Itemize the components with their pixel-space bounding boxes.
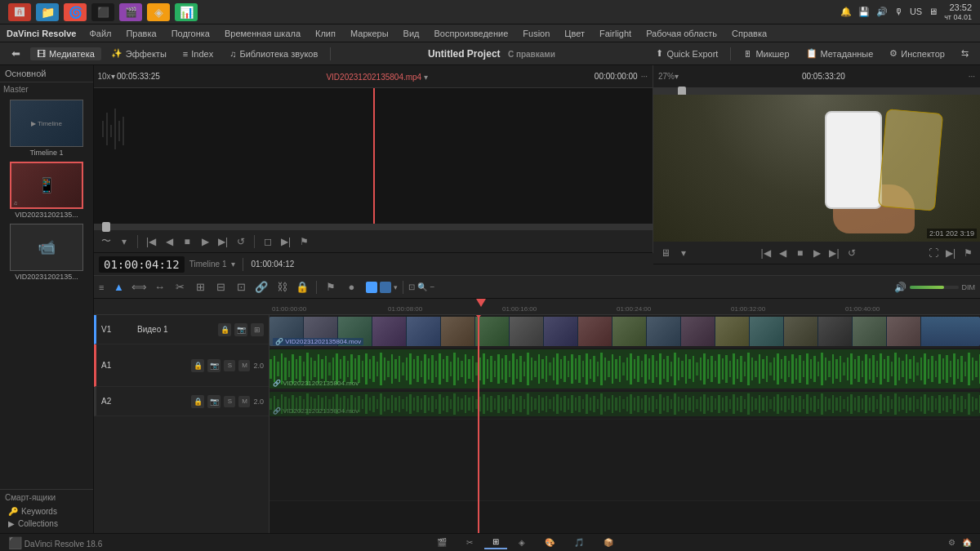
source-progress-bar[interactable] — [94, 224, 653, 230]
menu-help[interactable]: Справка — [725, 27, 773, 40]
menu-timeline[interactable]: Временная шкала — [218, 27, 307, 40]
source-loop-btn[interactable]: ↺ — [234, 234, 248, 249]
tab-cut[interactable]: ✂ — [458, 536, 481, 549]
app-icon-6[interactable]: ◈ — [147, 3, 170, 21]
menu-markers[interactable]: Маркеры — [344, 27, 395, 40]
track-lock-a1[interactable]: 🔒 — [191, 359, 204, 372]
source-filename[interactable]: VID20231202135804.mp4 — [326, 73, 421, 82]
source-play-btn[interactable]: ▶ — [198, 234, 212, 249]
index-btn[interactable]: ≡ Index — [176, 47, 220, 60]
source-skip-back-btn[interactable]: |◀ — [144, 234, 158, 249]
track-s-btn-a2[interactable]: S — [224, 396, 235, 407]
tab-media[interactable]: 🎬 — [429, 536, 455, 549]
track-cam-a2[interactable]: 📷 — [207, 395, 220, 408]
toolbar-back-btn[interactable]: ⬅ — [5, 46, 27, 61]
menu-file[interactable]: Файл — [82, 27, 118, 40]
track-cam-icon-v1[interactable]: 📷 — [234, 323, 247, 336]
track-color-selector[interactable]: ▾ — [366, 282, 398, 293]
source-next-btn[interactable]: ▶| — [216, 234, 230, 249]
app-icon-1[interactable]: 🅰 — [8, 3, 31, 21]
menu-trim[interactable]: Подгонка — [165, 27, 216, 40]
app-icon-2[interactable]: 📁 — [36, 3, 59, 21]
snap-btn[interactable]: ⊡ — [408, 282, 415, 291]
zoom-out-btn[interactable]: 🔍 — [417, 282, 427, 291]
crop-tool[interactable]: ⊡ — [232, 278, 250, 296]
preview-stop-btn[interactable]: ■ — [793, 246, 808, 260]
timeline-name-dropdown[interactable]: ▾ — [231, 260, 235, 269]
app-icon-3[interactable]: 🌀 — [64, 3, 87, 21]
preview-play-btn[interactable]: ▶ — [810, 246, 825, 260]
track-fx-icon-v1[interactable]: ⊞ — [251, 323, 264, 336]
source-clip-btn[interactable]: ◻ — [261, 234, 275, 249]
preview-progress-bar[interactable] — [653, 88, 980, 95]
preview-skip-back-btn[interactable]: |◀ — [759, 246, 773, 260]
tab-fusion[interactable]: ◈ — [510, 536, 533, 549]
menu-color[interactable]: Цвет — [558, 27, 591, 40]
track-lock-icon-v1[interactable]: 🔒 — [218, 323, 231, 336]
track-m-btn-a2[interactable]: M — [238, 396, 250, 407]
source-wave-btn[interactable]: 〜 — [99, 234, 114, 249]
preview-fullscreen-btn[interactable]: ⛶ — [926, 246, 941, 260]
track-lock-a2[interactable]: 🔒 — [191, 395, 204, 408]
inspector-btn[interactable]: ⚙ Инспектор — [883, 47, 951, 60]
slide-tool[interactable]: ⊟ — [212, 278, 229, 296]
source-flag-btn[interactable]: ⚑ — [296, 234, 311, 249]
preview-zoom[interactable]: 27%▾ — [658, 72, 679, 81]
tab-deliver[interactable]: 📦 — [595, 536, 621, 549]
slip-tool[interactable]: ⊞ — [191, 278, 209, 296]
track-cam-a1[interactable]: 📷 — [207, 359, 220, 372]
dynamic-trim-tool[interactable]: ↔ — [150, 278, 168, 296]
preview-monitor-btn[interactable]: 🖥 — [658, 246, 673, 260]
thumb-vid2[interactable]: 📹 VID20231202135... — [3, 224, 90, 281]
menu-edit[interactable]: Правка — [119, 27, 163, 40]
preview-wave2-btn[interactable]: ▾ — [676, 246, 691, 260]
preview-extra2-btn[interactable]: ⚑ — [960, 246, 975, 260]
menu-playback[interactable]: Воспроизведение — [428, 27, 515, 40]
app-icon-7[interactable]: 📊 — [175, 3, 198, 21]
select-tool[interactable]: ▲ — [109, 278, 127, 296]
menu-fairlight[interactable]: Fairlight — [593, 27, 638, 40]
thumb-vid1[interactable]: 📱 ♫ VID20231202135... — [3, 162, 90, 219]
menu-fusion[interactable]: Fusion — [516, 27, 556, 40]
dynamic-zoom-tool[interactable]: 🔗 — [252, 278, 270, 296]
effects-btn[interactable]: ✨ Эффекты — [105, 47, 173, 60]
preview-next-btn[interactable]: ▶| — [827, 246, 842, 260]
toolbar-scroll[interactable]: ≡ — [99, 282, 104, 292]
menu-clip[interactable]: Клип — [309, 27, 342, 40]
tab-edit[interactable]: ⊞ — [484, 535, 507, 549]
source-wave-down-btn[interactable]: ▾ — [117, 234, 131, 249]
highlight-tool[interactable]: ● — [342, 278, 360, 296]
thumb-timeline1[interactable]: ▶ Timeline Timeline 1 — [3, 100, 90, 157]
app-icon-4[interactable]: ⬛ — [91, 3, 114, 21]
flag-tool[interactable]: ⚑ — [322, 278, 340, 296]
volume-control[interactable]: 🔊 DIM — [894, 282, 976, 293]
preview-extra1-btn[interactable]: ▶| — [943, 246, 958, 260]
source-prev-btn[interactable]: ◀ — [162, 234, 176, 249]
source-mark-btn[interactable]: ▶| — [278, 234, 293, 249]
source-options-btn[interactable]: ··· — [641, 72, 648, 81]
collections-link[interactable]: ▶ Collections — [5, 518, 88, 530]
track-s-btn[interactable]: S — [224, 360, 235, 371]
quick-export-btn[interactable]: ⬆ Quick Export — [649, 47, 724, 60]
mixer-btn[interactable]: 🎚 Микшер — [737, 47, 795, 60]
metadata-btn[interactable]: 📋 Метаданные — [800, 47, 880, 60]
menu-view[interactable]: Вид — [397, 27, 426, 40]
media-pool-btn[interactable]: 🎞 Медиатека — [30, 47, 101, 60]
tab-color[interactable]: 🎨 — [537, 536, 563, 549]
preview-prev-btn[interactable]: ◀ — [776, 246, 791, 260]
track-m-btn[interactable]: M — [238, 360, 250, 371]
source-progress-thumb[interactable] — [102, 222, 110, 232]
blade-tool[interactable]: ✂ — [171, 278, 189, 296]
home-icon[interactable]: 🏠 — [962, 538, 972, 547]
stabilize-tool[interactable]: ⛓ — [273, 278, 291, 296]
menu-workspace[interactable]: Рабочая область — [639, 27, 724, 40]
settings-icon[interactable]: ⚙ — [948, 538, 956, 547]
trim-edit-tool[interactable]: ⟺ — [130, 278, 148, 296]
source-stop-btn[interactable]: ■ — [180, 234, 194, 249]
keywords-link[interactable]: 🔑 Keywords — [5, 505, 88, 518]
tab-fairlight[interactable]: 🎵 — [566, 536, 592, 549]
lock-tool[interactable]: 🔒 — [293, 278, 311, 296]
preview-loop2-btn[interactable]: ↺ — [844, 246, 859, 260]
sound-lib-btn[interactable]: ♫ Библиотека звуков — [223, 47, 324, 60]
timeline-ruler[interactable]: 01:00:00:00 01:00:08:00 01:00:16:00 01:0… — [94, 299, 980, 315]
